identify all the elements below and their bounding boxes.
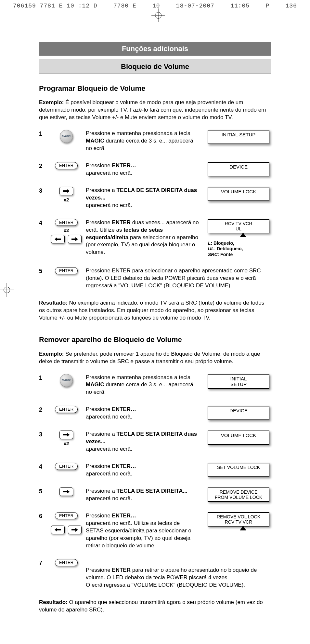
lcd-initial-setup: INITIAL SETUP [208, 374, 269, 389]
step-display: DEVICE [206, 162, 271, 176]
svg-marker-5 [55, 528, 61, 532]
lcd-volume-lock: VOLUME LOCK [208, 431, 269, 445]
step-text: Pressione ENTER… aparecerá no ecrã. [86, 406, 203, 421]
arrow-right-icon [59, 487, 73, 496]
step-display: SET VOLUME LOCK [206, 463, 271, 477]
svg-marker-4 [63, 490, 70, 494]
intro-remove: Exemplo: Se pretender, pode remover 1 ap… [39, 350, 271, 365]
step-display: VOLUME LOCK [206, 431, 271, 445]
enter-button-icon: ENTER [55, 559, 78, 566]
stepA-2: 2 ENTER Pressione ENTER… aparecerá no ec… [39, 162, 271, 177]
arrow-left-icon [51, 235, 65, 243]
step-text: Pressione a TECLA DE SETA DIREITA duas v… [86, 187, 203, 209]
svg-marker-0 [63, 189, 70, 193]
step-icons [50, 487, 83, 496]
step-icons: ENTER [50, 463, 83, 470]
lcd-volume-lock: VOLUME LOCK [208, 187, 269, 201]
stepB-6: 6 ENTER Pressione ENTER… aparecerá no ec… [39, 512, 271, 550]
enter-button-icon: ENTER [55, 267, 78, 274]
step-num: 1 [39, 130, 47, 138]
intro-program: Exemplo: É possível bloquear o volume de… [39, 99, 271, 121]
arrow-left-icon [51, 526, 65, 534]
svg-marker-2 [71, 237, 78, 241]
step-num: 4 [39, 219, 47, 227]
step-num: 1 [39, 374, 47, 382]
arrow-right-icon [68, 235, 82, 243]
step-display: DEVICE [206, 406, 271, 420]
step-icons: ENTER [50, 559, 83, 566]
step-text: Pressione ENTER para retirar o aparelho … [86, 559, 271, 589]
crop-left: 706159 7781 E 10 :12 D [13, 2, 97, 10]
step-text: Pressione a TECLA DE SETA DIREITA... apa… [86, 487, 203, 502]
result-label: Resultado: [39, 300, 68, 306]
step-icons: ENTER x2 [50, 219, 83, 244]
step-text: Pressione ENTER… aparecerá no ecrã. [86, 463, 203, 478]
lcd-device: DEVICE [208, 162, 269, 176]
crop-page: 136 [286, 2, 297, 10]
pointer-triangle-icon [240, 233, 246, 237]
step-display: RCV TV VCR UL L: Bloqueio, UL: Debloquei… [206, 219, 271, 258]
section-title-remove: Remover aparelho de Bloqueio de Volume [39, 335, 271, 345]
intro-label: Exemplo: [39, 99, 64, 105]
stepB-2: 2 ENTER Pressione ENTER… aparecerá no ec… [39, 406, 271, 421]
step-text: Pressione ENTER para seleccionar o apare… [86, 267, 271, 290]
step-num: 3 [39, 431, 47, 438]
enter-button-icon: ENTER [55, 512, 78, 519]
step-icons: MAGIC [50, 130, 83, 143]
step-display: INITIAL SETUP [206, 374, 271, 389]
enter-button-icon: ENTER [55, 219, 78, 226]
stepB-5: 5 Pressione a TECLA DE SETA DIREITA... a… [39, 487, 271, 502]
lcd-remove-vol-lock: REMOVE VOL LOCK RCV TV VCR [208, 512, 269, 527]
arrow-pair [51, 235, 82, 243]
section-title-program: Programar Bloqueio de Volume [39, 84, 271, 93]
intro-text: É possível bloquear o volume de modo par… [39, 99, 266, 120]
step-icons: x2 [50, 431, 83, 447]
lcd-initial-setup: INITIAL SETUP [208, 130, 269, 144]
arrow-right-icon [59, 431, 73, 439]
x2-label: x2 [64, 197, 69, 203]
step-display: INITIAL SETUP [206, 130, 271, 144]
step-text: Pressione ENTER… aparecerá no ecrã. Util… [86, 512, 203, 550]
stepA-4: 4 ENTER x2 Pressione ENTER duas vezes...… [39, 219, 271, 258]
page-content: Funções adicionais Bloqueio de Volume Pr… [0, 42, 310, 644]
result-label: Resultado: [39, 599, 68, 605]
stepB-1: 1 MAGIC Pressione e mantenha pressionada… [39, 374, 271, 396]
step-num: 5 [39, 267, 47, 275]
step-icons: ENTER [50, 267, 83, 274]
crop-time: 11:05 [230, 2, 250, 10]
result-remove: Resultado: O aparelho que seleccionou tr… [39, 599, 271, 614]
step-text: Pressione ENTER duas vezes... aparecerá … [86, 219, 203, 256]
lcd-device: DEVICE [208, 406, 269, 420]
step-num: 2 [39, 162, 47, 170]
lcd-set-volume-lock: SET VOLUME LOCK [208, 463, 269, 477]
x2-label: x2 [64, 227, 69, 234]
pointer-triangle-icon [240, 526, 246, 530]
arrow-pair [51, 526, 82, 534]
step-text: Pressione e mantenha pressionada a tecla… [86, 374, 203, 396]
step-num: 3 [39, 187, 47, 195]
legend: L: Bloqueio, UL: Debloqueio, SRC: Fonte [206, 240, 243, 258]
magic-button-icon: MAGIC [60, 130, 73, 143]
x2-label: x2 [64, 440, 69, 447]
magic-label: MAGIC [62, 135, 71, 138]
step-text: Pressione ENTER… aparecerá no ecrã. [86, 162, 203, 177]
enter-button-icon: ENTER [55, 162, 78, 169]
svg-marker-1 [55, 237, 61, 241]
result-program: Resultado: No exemplo acima indicado, o … [39, 299, 271, 322]
step-num: 5 [39, 487, 47, 495]
step-text: Pressione e mantenha pressionada a tecla… [86, 130, 203, 152]
intro-text: Se pretender, pode remover 1 aparelho do… [39, 351, 260, 364]
enter-button-icon: ENTER [55, 463, 78, 470]
result-text-inline: No exemplo acima indicado, o modo TV ser… [39, 300, 264, 321]
step-num: 2 [39, 406, 47, 414]
svg-marker-3 [63, 433, 70, 437]
stepB-4: 4 ENTER Pressione ENTER… aparecerá no ec… [39, 463, 271, 478]
step-icons: x2 [50, 187, 83, 203]
stepB-7: 7 ENTER Pressione ENTER para retirar o a… [39, 559, 271, 589]
arrow-right-icon [68, 526, 82, 534]
stepB-3: 3 x2 Pressione a TECLA DE SETA DIREITA d… [39, 431, 271, 453]
intro-label: Exemplo: [39, 351, 64, 357]
magic-button-icon: MAGIC [60, 374, 73, 387]
crop-date: 18-07-2007 [176, 2, 214, 10]
crop-line [0, 19, 26, 19]
